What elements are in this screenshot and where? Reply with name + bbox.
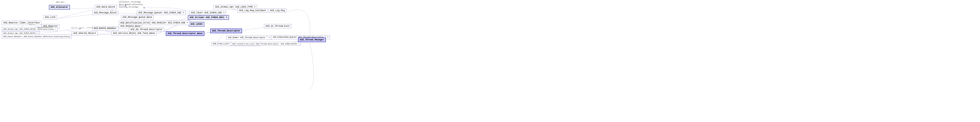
node-ace-thread-manager[interactable]: ACE_Thread_Manager — [298, 38, 326, 42]
implementation-label: implementation_ — [37, 26, 53, 28]
node-ace-shared-object[interactable]: ACE_Shared_Object — [72, 31, 98, 36]
node-ace-locked-free-list[interactable]: ACE_Locked_Free_List< ACE_Thread_Descrip… — [231, 42, 301, 46]
node-ace-lock[interactable]: ACE_Lock — [43, 15, 57, 19]
node-ace-allocator[interactable]: ACE_Allocator — [49, 5, 70, 9]
macros-label: macro_ — [29, 23, 36, 25]
node-ace-service-object[interactable]: ACE_Service_Object — [111, 31, 139, 36]
abc-pnr-label: abc_pnr_ — [56, 1, 66, 3]
node-ace-node-thread-descriptor[interactable]: ACE_Node< ACE_Thread_Descriptor * > — [226, 36, 272, 40]
allocator-strategy-label: allocator_strategy_ data_block_allocator… — [119, 1, 144, 9]
node-ace-log-msg-callback[interactable]: ACE_Log_Msg_Callback — [237, 8, 267, 13]
node-ace-log-msg[interactable]: ACE_Log_Msg — [269, 8, 286, 13]
node-ace-thread-descriptor-base[interactable]: ACE_Thread_Descriptor_Base — [166, 31, 204, 36]
node-ace-at-thread-exit[interactable]: ACE_At_Thread_Exit — [264, 24, 291, 28]
node-ace-message-queue-base[interactable]: ACE_Message_Queue_Base — [121, 15, 154, 19]
node-ace-data-block[interactable]: ACE_Data_Block — [95, 5, 117, 9]
node-ace-lockx[interactable]: ACE_LOCKX — [189, 22, 204, 27]
node-ace-thread-descriptor[interactable]: ACE_Thread_Descriptor — [210, 28, 242, 33]
node-ace-message-block[interactable]: ACE_Message_Block — [92, 11, 118, 15]
node-ace-os-thread-descriptor[interactable]: ACE_OS_Thread_Descriptor — [129, 27, 164, 32]
node-ace-module[interactable]: ACE_Module< ACE_SYNCH_USE > — [150, 21, 189, 25]
node-ace-message-queue[interactable]: ACE_Message_Queue< ACE_SYNCH_USE > — [137, 11, 186, 15]
node-ace-task-base[interactable]: ACE_Task_Base — [136, 31, 156, 36]
diagram-container: ACE_Reactor_Timer_Interface ACE_Reactor_… — [0, 0, 980, 122]
node-ace-task[interactable]: ACE_Task< ACE_SYNCH_USE > — [189, 11, 226, 15]
node-ace-stream[interactable]: ACE_Stream< ACE_SYNCH_DECL > — [188, 15, 229, 20]
node-ace-event-handler-policy[interactable]: ACE_Event_Handler::ACE_Event_Handler_Ref… — [2, 34, 72, 38]
master-label: master_count_ reference_counting_policy_ — [71, 27, 114, 29]
